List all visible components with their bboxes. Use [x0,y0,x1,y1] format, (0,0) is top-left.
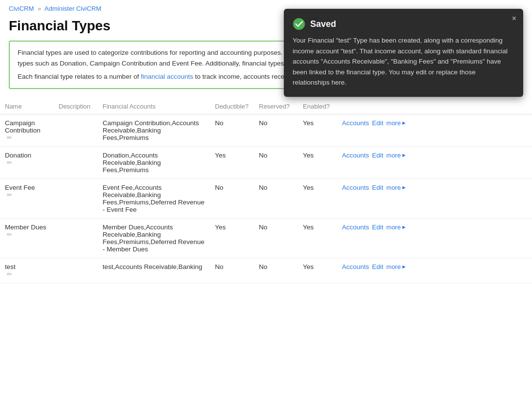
more-arrow-icon: ► [401,184,406,190]
accounts-link[interactable]: Accounts [342,224,369,231]
table-row: Member Dues ✏ Member Dues,Accounts Recei… [0,218,532,258]
col-header-enabled: Enabled? [298,99,337,114]
row-reserved: No [254,179,298,218]
edit-link[interactable]: Edit [372,119,383,127]
row-deductible: No [210,258,254,283]
row-description [54,218,98,258]
toast-close-button[interactable]: × [512,15,516,22]
breadcrumb-civicrm[interactable]: CiviCRM [9,5,34,12]
row-name: Event Fee [5,184,49,191]
more-link[interactable]: more► [386,263,407,270]
edit-link[interactable]: Edit [372,152,383,159]
row-actions: Accounts Edit more► [337,258,532,283]
col-header-name: Name [0,99,54,114]
edit-icon[interactable]: ✏ [7,191,49,199]
col-header-actions [337,99,532,114]
row-description [54,258,98,283]
row-actions: Accounts Edit more► [337,114,532,146]
col-header-description: Description [54,99,98,114]
more-link[interactable]: more► [386,152,407,159]
row-description [54,114,98,146]
accounts-link[interactable]: Accounts [342,263,369,270]
financial-types-table: Name Description Financial Accounts Dedu… [0,99,532,283]
edit-icon[interactable]: ✏ [7,231,49,238]
accounts-link[interactable]: Accounts [342,119,369,127]
row-enabled: Yes [298,258,337,283]
col-header-reserved: Reserved? [254,99,298,114]
breadcrumb-sep: » [38,5,41,12]
row-reserved: No [254,146,298,179]
row-financial-accounts: test,Accounts Receivable,Banking [98,258,210,283]
row-enabled: Yes [298,114,337,146]
table-row: test ✏ test,Accounts Receivable,BankingN… [0,258,532,283]
row-name: Member Dues [5,224,49,231]
col-header-deductible: Deductible? [210,99,254,114]
more-link[interactable]: more► [386,184,407,191]
row-financial-accounts: Event Fee,Accounts Receivable,Banking Fe… [98,179,210,218]
toast-header: Saved [293,18,513,30]
edit-link[interactable]: Edit [372,224,383,231]
col-header-financial-accounts: Financial Accounts [98,99,210,114]
row-name: Campaign Contribution [5,119,49,134]
row-deductible: No [210,179,254,218]
row-deductible: Yes [210,146,254,179]
row-enabled: Yes [298,218,337,258]
row-actions: Accounts Edit more► [337,146,532,179]
row-financial-accounts: Donation,Accounts Receivable,Banking Fee… [98,146,210,179]
edit-icon[interactable]: ✏ [7,159,49,166]
accounts-link[interactable]: Accounts [342,152,369,159]
toast-notification: Saved × Your Financial "test" Type has b… [284,9,523,97]
row-description [54,146,98,179]
financial-accounts-link[interactable]: financial accounts [141,73,193,80]
toast-title: Saved [310,19,336,29]
row-deductible: No [210,114,254,146]
toast-body: Your Financial "test" Type has been crea… [293,35,513,88]
row-name: test [5,263,49,270]
more-arrow-icon: ► [401,264,406,269]
row-financial-accounts: Campaign Contribution,Accounts Receivabl… [98,114,210,146]
table-row: Event Fee ✏ Event Fee,Accounts Receivabl… [0,179,532,218]
breadcrumb-admin[interactable]: Administer CiviCRM [44,5,101,12]
row-reserved: No [254,114,298,146]
row-reserved: No [254,218,298,258]
row-enabled: Yes [298,179,337,218]
row-financial-accounts: Member Dues,Accounts Receivable,Banking … [98,218,210,258]
row-actions: Accounts Edit more► [337,218,532,258]
row-deductible: Yes [210,218,254,258]
row-name: Donation [5,152,49,159]
edit-icon[interactable]: ✏ [7,134,49,141]
more-arrow-icon: ► [401,120,406,126]
more-arrow-icon: ► [401,152,406,158]
edit-link[interactable]: Edit [372,184,383,191]
table-row: Campaign Contribution ✏ Campaign Contrib… [0,114,532,146]
svg-point-0 [293,18,305,30]
accounts-link[interactable]: Accounts [342,184,369,191]
row-reserved: No [254,258,298,283]
info-text-2: Each financial type relates to a number … [18,73,141,80]
more-link[interactable]: more► [386,224,407,231]
more-link[interactable]: more► [386,119,407,127]
table-row: Donation ✏ Donation,Accounts Receivable,… [0,146,532,179]
edit-link[interactable]: Edit [372,263,383,270]
check-icon [293,18,305,30]
edit-icon[interactable]: ✏ [7,270,49,278]
more-arrow-icon: ► [401,224,406,230]
row-enabled: Yes [298,146,337,179]
row-description [54,179,98,218]
row-actions: Accounts Edit more► [337,179,532,218]
